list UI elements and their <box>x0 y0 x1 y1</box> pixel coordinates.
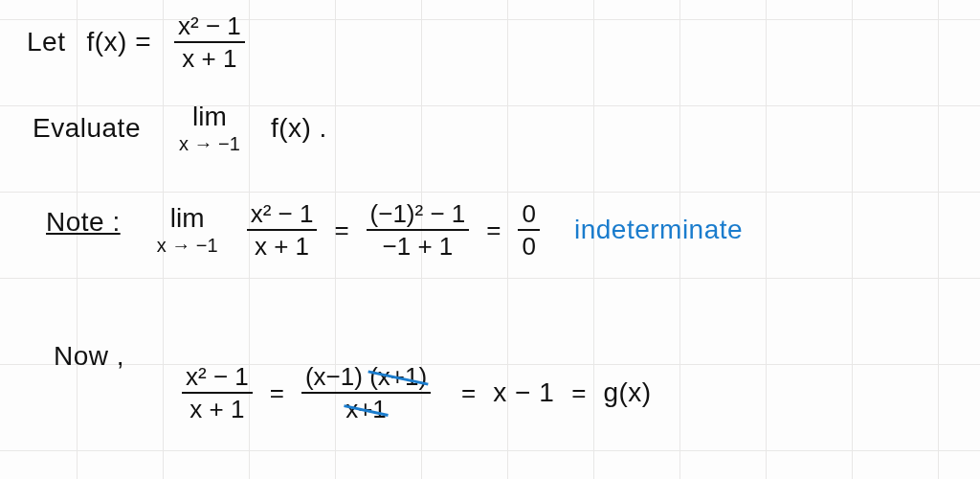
result-x-minus-1: x − 1 <box>493 377 554 408</box>
now-label: Now , <box>54 341 124 372</box>
cancel-den: x+1 <box>345 397 387 422</box>
line-now: Now , <box>54 335 124 372</box>
factor-x-plus-1-den: x+1 <box>345 395 387 423</box>
lim-label-2: lim <box>170 205 205 232</box>
frac-factored: (x−1) (x+1) x+1 <box>301 364 431 422</box>
factor-x-plus-1-num: (x+1) <box>369 362 427 391</box>
frac-step1-den: x + 1 <box>251 234 313 259</box>
frac-fact-den: x+1 <box>342 397 390 422</box>
frac-zz-num: 0 <box>518 201 539 226</box>
indeterminate-label: indeterminate <box>574 215 743 245</box>
frac-fact-num: (x−1) (x+1) <box>301 364 431 389</box>
eq-3: = <box>270 378 284 408</box>
lim-label-1: lim <box>192 103 227 130</box>
f-equals: f(x) = <box>86 27 151 57</box>
frac-step1-bar <box>247 229 318 231</box>
word-let: Let <box>27 27 65 57</box>
eq-2: = <box>486 216 501 245</box>
frac-step2-num: (−1)² − 1 <box>367 201 470 226</box>
frac-def-den: x + 1 <box>178 46 240 71</box>
frac-def: x² − 1 x + 1 <box>174 13 245 71</box>
limit-stack-1: lim x → −1 <box>179 103 240 153</box>
frac-zz-den: 0 <box>518 234 539 259</box>
frac-step2-den: −1 + 1 <box>379 234 457 259</box>
cancel-num: (x+1) <box>369 364 427 389</box>
frac-step1: x² − 1 x + 1 <box>247 201 318 259</box>
fx-text: f(x) . <box>271 113 327 144</box>
frac-step1-num: x² − 1 <box>247 201 318 226</box>
line-simplify: x² − 1 x + 1 = (x−1) (x+1) x+1 = x − 1 =… <box>182 364 652 422</box>
frac-sl-den: x + 1 <box>186 397 248 422</box>
word-evaluate: Evaluate <box>33 113 141 144</box>
frac-zz-bar <box>518 229 539 231</box>
frac-step2: (−1)² − 1 −1 + 1 <box>367 201 470 259</box>
eq-1: = <box>334 216 348 245</box>
frac-sl-bar <box>182 392 253 394</box>
frac-sl-num: x² − 1 <box>182 364 253 389</box>
factor-x-minus-1: (x−1) <box>305 362 363 391</box>
note-label: Note : <box>46 207 121 238</box>
line-evaluate: Evaluate lim x → −1 f(x) . <box>33 103 327 153</box>
limit-stack-2: lim x → −1 <box>157 205 218 255</box>
line-note: Note : lim x → −1 x² − 1 x + 1 = (−1)² −… <box>46 201 743 259</box>
frac-step2-bar <box>367 229 470 231</box>
frac-simplify-left: x² − 1 x + 1 <box>182 364 253 422</box>
frac-zero-zero: 0 0 <box>518 201 539 259</box>
eq-5: = <box>571 378 586 408</box>
lim-sub-2: x → −1 <box>157 236 218 255</box>
eq-4: = <box>461 378 476 408</box>
frac-def-num: x² − 1 <box>174 13 245 38</box>
g-of-x: g(x) <box>603 377 651 408</box>
frac-fact-bar <box>301 392 431 394</box>
lim-sub-1: x → −1 <box>179 134 240 153</box>
frac-def-bar <box>174 41 245 43</box>
line-let-def: Let f(x) = x² − 1 x + 1 <box>27 13 245 71</box>
